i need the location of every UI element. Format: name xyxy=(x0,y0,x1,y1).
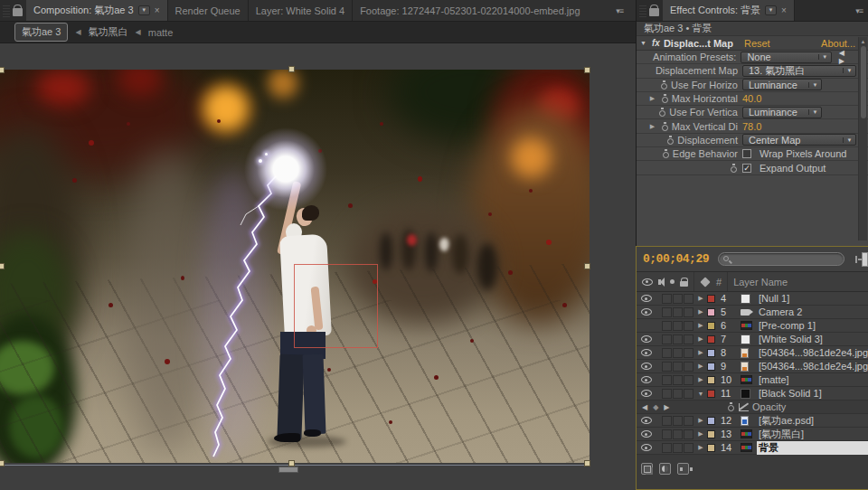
layer-switches[interactable] xyxy=(656,375,694,385)
expand-arrow-icon[interactable]: ▶ xyxy=(694,322,707,329)
breadcrumb-item-comp[interactable]: 氣功ae 3 xyxy=(14,23,68,42)
tab-render-queue[interactable]: Render Queue xyxy=(168,0,249,21)
scroll-up-arrow-icon[interactable]: ▲ xyxy=(859,37,867,44)
layer-name[interactable]: [Pre-comp 1] xyxy=(757,320,868,331)
layer-name[interactable]: [氣功黑白] xyxy=(757,428,868,441)
tab-effect-controls[interactable]: Effect Controls: 背景 ▼ × xyxy=(663,0,795,21)
stopwatch-icon[interactable] xyxy=(658,108,666,117)
use-for-vertical-dropdown[interactable]: Luminance ▼ xyxy=(742,107,822,118)
expand-arrow-icon[interactable]: ▶ xyxy=(650,123,658,130)
max-horizontal-value[interactable]: 40.0 xyxy=(742,93,761,104)
lock-column-icon[interactable] xyxy=(680,281,688,287)
fx-badge-icon[interactable]: fx xyxy=(652,38,660,48)
label-color-swatch[interactable] xyxy=(707,417,715,425)
keyframe-navigator[interactable]: ◀ ◆ ▶ xyxy=(637,403,727,411)
layer-handle-bottom-middle[interactable] xyxy=(288,460,295,466)
scrollbar-thumb[interactable] xyxy=(861,46,866,118)
composition-image[interactable] xyxy=(0,70,590,463)
tab-dropdown-icon[interactable]: ▼ xyxy=(138,5,150,15)
visibility-eye-icon[interactable] xyxy=(641,376,652,383)
expand-arrow-icon[interactable]: ▶ xyxy=(694,349,707,356)
search-input[interactable] xyxy=(718,252,844,266)
solo-column-icon[interactable] xyxy=(670,279,675,284)
composition-viewer[interactable] xyxy=(0,43,636,490)
visibility-eye-icon[interactable] xyxy=(641,444,652,451)
prev-keyframe-icon[interactable]: ◀ xyxy=(642,403,647,411)
region-of-interest-box[interactable] xyxy=(294,264,378,348)
collapse-arrow-icon[interactable]: ▼ xyxy=(640,40,648,46)
stopwatch-icon[interactable] xyxy=(727,402,735,411)
label-color-swatch[interactable] xyxy=(707,390,715,398)
expand-arrow-icon[interactable]: ▶ xyxy=(694,335,707,343)
expand-arrow-icon[interactable]: ▶ xyxy=(694,417,707,424)
eye-column-icon[interactable] xyxy=(642,278,653,286)
visibility-eye-icon[interactable] xyxy=(641,417,652,424)
viewer-scrollbar-thumb[interactable] xyxy=(278,466,298,473)
layer-name[interactable]: [matte] xyxy=(757,374,868,385)
label-color-swatch[interactable] xyxy=(707,295,715,303)
tab-composition[interactable]: Composition: 氣功ae 3 ▼ × xyxy=(26,0,168,21)
collapse-arrow-icon[interactable]: ▼ xyxy=(694,391,707,397)
panel-menu-icon[interactable]: ▾≡ xyxy=(616,6,623,15)
keyframe-diamond-icon[interactable]: ◆ xyxy=(653,403,658,411)
breadcrumb-item-precomp[interactable]: 氣功黑白 xyxy=(89,25,128,39)
tab-footage[interactable]: Footage: 1272447-052301-022014000-embed.… xyxy=(353,0,636,21)
expand-arrow-icon[interactable]: ▶ xyxy=(694,308,707,316)
table-row-layer-14-selected[interactable]: ▶ 14 背景 xyxy=(637,441,868,455)
layer-switches[interactable] xyxy=(656,307,694,317)
expand-arrow-icon[interactable]: ▶ xyxy=(694,376,707,383)
number-column-header[interactable]: # xyxy=(716,277,722,287)
current-timecode[interactable]: 0;00;04;29 xyxy=(643,252,709,266)
reset-button[interactable]: Reset xyxy=(744,38,770,49)
label-column-icon[interactable] xyxy=(700,277,710,287)
label-color-swatch[interactable] xyxy=(707,444,715,452)
stopwatch-icon[interactable] xyxy=(662,149,670,158)
stopwatch-icon[interactable] xyxy=(666,136,675,145)
table-row-layer-8[interactable]: ▶ 8 [504364...98c1de2e4.jpg] xyxy=(637,346,868,360)
property-row-opacity[interactable]: ◀ ◆ ▶ Opacity xyxy=(637,400,868,414)
tab-close-icon[interactable]: × xyxy=(781,5,787,15)
displacement-map-dropdown[interactable]: 13. 氣功黑白 ▼ xyxy=(742,65,856,77)
next-keyframe-icon[interactable]: ▶ xyxy=(664,403,669,411)
table-row-layer-13[interactable]: ▶ 13 [氣功黑白] xyxy=(637,428,868,441)
wrap-pixels-checkbox[interactable] xyxy=(742,149,751,158)
partial-button[interactable] xyxy=(862,252,868,267)
table-row-layer-9[interactable]: ▶ 9 [504364...98c1de2e4.jpg] xyxy=(637,360,868,373)
table-row-layer-10[interactable]: ▶ 10 [matte] xyxy=(637,373,868,387)
tab-dropdown-icon[interactable]: ▼ xyxy=(765,5,777,15)
layer-name[interactable]: 背景 xyxy=(757,441,868,455)
table-row-layer-12[interactable]: ▶ 12 [氣功ae.psd] xyxy=(637,414,868,428)
layer-handle-middle-right[interactable] xyxy=(584,263,590,269)
use-for-horizontal-dropdown[interactable]: Luminance ▼ xyxy=(742,79,822,90)
layer-handle-top-right[interactable] xyxy=(584,67,590,73)
layer-switches[interactable] xyxy=(656,416,694,426)
label-color-swatch[interactable] xyxy=(707,322,715,330)
layer-switches[interactable] xyxy=(656,348,694,358)
displacement-behavior-dropdown[interactable]: Center Map ▼ xyxy=(742,134,856,146)
stopwatch-icon[interactable] xyxy=(730,164,738,173)
table-row-layer-4[interactable]: ▶ 4 [Null 1] xyxy=(637,292,868,306)
tab-layer[interactable]: Layer: White Solid 4 xyxy=(249,0,353,21)
label-color-swatch[interactable] xyxy=(707,335,715,344)
stopwatch-icon[interactable] xyxy=(660,80,668,90)
visibility-eye-icon[interactable] xyxy=(641,295,652,302)
layer-handle-bottom-left[interactable] xyxy=(0,460,5,466)
table-row-layer-7[interactable]: ▶ 7 [White Solid 3] xyxy=(637,333,868,346)
about-link[interactable]: About... xyxy=(821,38,855,49)
panel-menu-icon[interactable]: ▾≡ xyxy=(855,6,863,15)
visibility-eye-icon[interactable] xyxy=(641,430,652,438)
visibility-eye-icon[interactable] xyxy=(641,390,652,397)
visibility-eye-icon[interactable] xyxy=(641,335,652,343)
layer-switches[interactable] xyxy=(656,389,694,399)
layer-name[interactable]: [Null 1] xyxy=(757,293,868,304)
layer-handle-middle-left[interactable] xyxy=(0,263,5,269)
layer-name[interactable]: [504364...98c1de2e4.jpg] xyxy=(757,361,868,372)
panel-grip[interactable] xyxy=(639,4,646,17)
layer-name[interactable]: [White Solid 3] xyxy=(757,334,868,344)
layer-switches[interactable] xyxy=(656,429,694,439)
label-color-swatch[interactable] xyxy=(707,376,715,384)
visibility-eye-icon[interactable] xyxy=(641,308,652,316)
tab-close-icon[interactable]: × xyxy=(155,5,160,15)
table-row-layer-5[interactable]: ▶ 5 Camera 2 xyxy=(637,306,868,319)
layer-switches[interactable] xyxy=(656,362,694,372)
